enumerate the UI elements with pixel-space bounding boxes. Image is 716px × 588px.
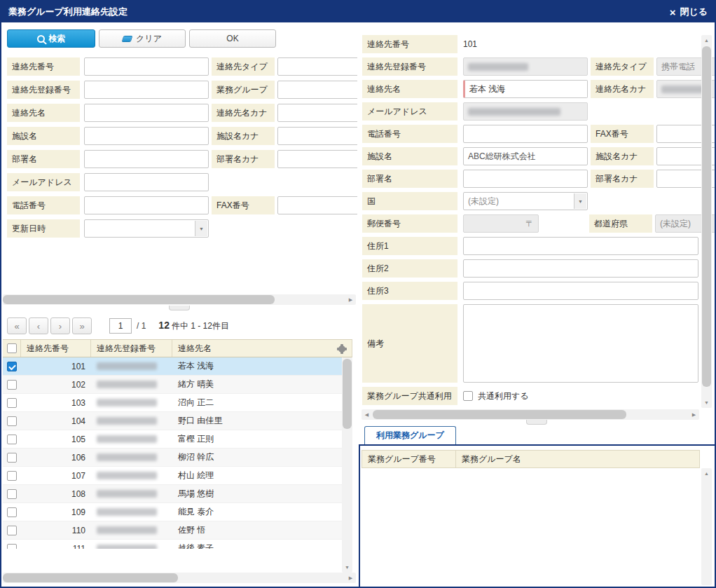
search-field-input[interactable] (277, 196, 357, 214)
department-field[interactable] (463, 170, 588, 188)
search-horizontal-scrollbar[interactable]: ▶ (3, 294, 356, 305)
contact-name-field[interactable]: 若本 浅海 (463, 80, 588, 98)
first-page-button[interactable]: « (7, 317, 27, 334)
address1-field[interactable] (463, 237, 698, 255)
horizontal-splitter[interactable] (1, 305, 357, 313)
table-row[interactable]: 103沼向 正二 (3, 394, 342, 412)
ok-button[interactable]: OK (189, 29, 276, 48)
row-checkbox[interactable] (7, 362, 17, 371)
gear-icon[interactable] (337, 344, 347, 354)
select-all-checkbox[interactable] (7, 343, 17, 353)
search-field-input[interactable] (84, 57, 209, 76)
search-field-input[interactable] (84, 81, 209, 99)
scrollbar-thumb[interactable] (702, 46, 711, 387)
scrollbar-thumb[interactable] (3, 573, 178, 582)
search-field-input[interactable] (84, 127, 209, 145)
search-field-input[interactable] (277, 81, 357, 99)
search-field-input[interactable] (277, 127, 357, 145)
address3-field[interactable] (463, 282, 698, 300)
postal-mark-icon: 〒 (525, 215, 534, 232)
column-header-contact-no[interactable]: 連絡先番号 (21, 340, 91, 357)
caret-down-icon[interactable]: ▼ (195, 221, 207, 236)
table-row[interactable]: 105富樫 正則 (3, 430, 342, 449)
table-row[interactable]: 108馬場 悠樹 (3, 485, 342, 503)
search-field-label: FAX番号 (212, 196, 275, 214)
next-page-button[interactable]: › (50, 317, 70, 334)
table-row[interactable]: 110佐野 悟 (3, 521, 342, 540)
splitter-handle-icon[interactable] (526, 420, 547, 425)
detail-vertical-scrollbar[interactable]: ▲ ▼ (701, 35, 712, 408)
address2-field[interactable] (463, 259, 698, 278)
scroll-up-icon[interactable]: ▲ (701, 35, 712, 46)
row-checkbox-cell (3, 394, 21, 411)
column-header-group-no[interactable]: 業務グループ番号 (362, 451, 456, 467)
page-input[interactable]: 1 (109, 318, 132, 334)
table-row[interactable]: 101若本 浅海 (3, 357, 342, 376)
search-field-input[interactable] (277, 57, 357, 76)
search-field-input[interactable] (84, 173, 209, 191)
scroll-up-icon[interactable]: ▲ (701, 468, 712, 479)
scroll-right-icon[interactable]: ▶ (345, 294, 356, 305)
detail-row-notes: 備考 (362, 304, 715, 383)
row-checkbox[interactable] (7, 507, 17, 517)
contact-no-cell: 103 (21, 394, 91, 411)
row-checkbox[interactable] (7, 489, 17, 499)
last-page-button[interactable]: » (72, 317, 92, 334)
row-checkbox[interactable] (7, 398, 17, 408)
clear-button[interactable]: クリア (99, 29, 186, 48)
redacted-value (97, 472, 157, 479)
detail-horizontal-scrollbar[interactable]: ◀ ▶ (362, 409, 699, 420)
table-row[interactable]: 106柳沼 幹広 (3, 449, 342, 467)
search-field-input[interactable] (277, 104, 357, 122)
group-vertical-scrollbar[interactable]: ▲ (701, 468, 712, 585)
row-checkbox[interactable] (7, 471, 17, 481)
country-select[interactable]: (未設定) ▼ (463, 192, 588, 210)
phone-field[interactable] (463, 125, 588, 143)
scroll-right-icon[interactable]: ▶ (689, 409, 699, 420)
scroll-right-icon[interactable]: ▶ (345, 573, 356, 583)
tab-usage-business-group[interactable]: 利用業務グループ (364, 426, 456, 444)
column-header-group-name[interactable]: 業務グループ名 (456, 451, 699, 467)
row-checkbox[interactable] (7, 453, 17, 463)
row-checkbox[interactable] (7, 380, 17, 390)
scrollbar-thumb[interactable] (343, 359, 352, 429)
list-horizontal-scrollbar[interactable]: ▶ (3, 573, 356, 583)
table-row[interactable]: 109能見 泰介 (3, 503, 342, 521)
search-form-row: 連絡先名連絡先名カナ (7, 104, 357, 122)
search-field-input[interactable] (277, 150, 357, 168)
close-button[interactable]: × 閉じる (670, 6, 708, 18)
table-row[interactable]: 104野口 由佳里 (3, 412, 342, 430)
row-checkbox[interactable] (7, 435, 17, 444)
search-field-input[interactable] (84, 150, 209, 168)
contact-no-cell: 110 (21, 521, 91, 539)
search-field-input[interactable] (84, 196, 209, 214)
table-row[interactable]: 102緒方 晴美 (3, 376, 342, 394)
facility-field[interactable]: ABC総研株式会社 (463, 147, 588, 165)
scroll-left-icon[interactable]: ◀ (362, 409, 372, 420)
contact-no-cell: 102 (21, 376, 91, 393)
search-icon (37, 35, 45, 43)
search-field-input[interactable] (84, 104, 209, 122)
column-header-registration-no[interactable]: 連絡先登録番号 (91, 340, 172, 357)
caret-down-icon[interactable]: ▼ (574, 193, 586, 209)
row-checkbox[interactable] (7, 544, 17, 549)
search-button[interactable]: 検索 (7, 29, 95, 48)
shared-use-checkbox[interactable] (463, 391, 473, 401)
scrollbar-thumb[interactable] (373, 410, 626, 419)
row-checkbox[interactable] (7, 416, 17, 426)
table-row[interactable]: 111越後 素子 (3, 540, 342, 549)
contact-name-cell: 越後 素子 (172, 540, 342, 549)
scrollbar-thumb[interactable] (3, 295, 275, 304)
ok-button-label: OK (226, 34, 238, 43)
notes-textarea[interactable] (463, 304, 698, 383)
row-checkbox[interactable] (7, 526, 17, 535)
fax-label: FAX番号 (591, 125, 654, 143)
scroll-down-icon[interactable]: ▼ (701, 397, 712, 408)
splitter-handle-icon[interactable] (169, 306, 190, 310)
prev-page-button[interactable]: ‹ (29, 317, 48, 334)
list-vertical-scrollbar[interactable]: ▼ (342, 357, 352, 573)
table-row[interactable]: 107村山 絵理 (3, 467, 342, 485)
search-field-input[interactable]: ▼ (84, 219, 209, 238)
column-header-contact-name[interactable]: 連絡先名 (172, 340, 352, 357)
scroll-down-icon[interactable]: ▼ (342, 562, 352, 573)
